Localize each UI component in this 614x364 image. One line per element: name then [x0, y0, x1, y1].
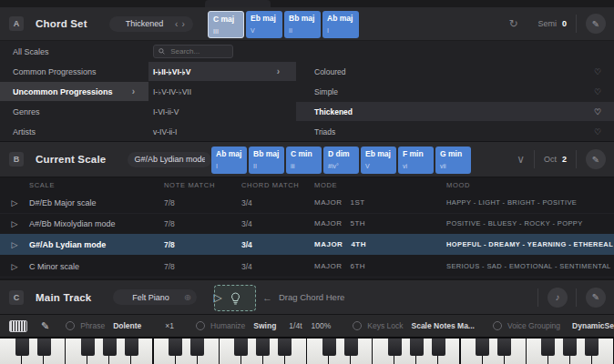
progression-item-2[interactable]: I-♭V-IV-♭VII — [148, 82, 296, 101]
row-play-button[interactable]: ▷ — [12, 198, 18, 207]
favorite-heart-icon[interactable]: ♡ — [594, 107, 601, 116]
chord-pad-c-maj[interactable]: C maj III — [208, 11, 244, 38]
humanize-amount[interactable]: 100% — [312, 321, 332, 330]
favorite-heart-icon[interactable]: ♡ — [594, 127, 601, 136]
piano-black-key[interactable] — [125, 339, 138, 356]
scale-pad-f-min[interactable]: F min vi — [398, 147, 434, 174]
voicing-icon[interactable]: ∨ — [517, 153, 525, 166]
refresh-icon[interactable]: ↻ — [508, 17, 517, 30]
piano-black-key[interactable] — [563, 339, 577, 356]
instrument-dropdown[interactable]: Felt Piano ◎ — [113, 289, 197, 305]
piano-black-key[interactable] — [81, 339, 95, 356]
humanize-value[interactable]: Swing — [253, 321, 276, 330]
row-chord-match: 3/4 — [241, 262, 314, 271]
table-row-bb-mixolydian[interactable]: ▷ A#/Bb Mixolydian mode 7/8 3/4 MAJOR5TH… — [0, 213, 614, 235]
search-input[interactable] — [169, 46, 228, 56]
row-play-button[interactable]: ▷ — [12, 262, 18, 271]
piano-black-key[interactable] — [278, 339, 292, 356]
section-a-badge: A — [9, 16, 24, 31]
next-preset-icon[interactable]: › — [179, 19, 186, 29]
sidebar-item-all-scales[interactable]: All Scales — [0, 42, 148, 61]
table-row-ab-lydian[interactable]: ▷ G#/Ab Lydian mode 7/8 3/4 MAJOR4TH HOP… — [0, 234, 614, 255]
pencil-icon: ✎ — [592, 155, 599, 165]
chord-pad-ab-maj[interactable]: Ab maj I — [322, 11, 359, 38]
row-play-button[interactable]: ▷ — [12, 219, 18, 228]
progression-item-1[interactable]: I-♭II-♭VI-♭V › — [148, 62, 296, 81]
semi-control[interactable]: Semi 0 — [537, 19, 567, 28]
voice-grouping-value[interactable]: Dynamic — [572, 321, 604, 330]
phrase-multiplier[interactable]: ×1 — [165, 321, 174, 330]
edit-track-button[interactable]: ✎ — [586, 288, 606, 308]
voice-grouping-toggle[interactable] — [493, 321, 502, 330]
keys-lock-value[interactable]: Scale Notes Ma... — [412, 321, 475, 330]
row-mode: MAJOR4TH — [314, 240, 446, 248]
chord-pad-bb-maj[interactable]: Bb maj II — [284, 11, 321, 38]
progression-item-3[interactable]: I-VI-ii-V — [148, 102, 296, 121]
sidebar-item-genres[interactable]: Genres — [0, 102, 148, 121]
keys-lock-toggle[interactable] — [353, 321, 362, 330]
piano-black-key[interactable] — [476, 339, 489, 356]
sidebar-item-uncommon-progressions[interactable]: Uncommon Progressions › — [0, 82, 148, 101]
phrase-toggle[interactable] — [66, 321, 75, 330]
piano-black-key[interactable] — [256, 339, 270, 356]
divider — [537, 288, 538, 307]
octave-control[interactable]: Oct 2 — [544, 155, 567, 164]
chord-drop-zone[interactable] — [214, 285, 256, 311]
scale-pad-c-min[interactable]: C min iii — [286, 147, 322, 174]
piano-black-key[interactable] — [432, 339, 445, 356]
sidebar-item-artists[interactable]: Artists — [0, 122, 148, 141]
scale-pad-bb-maj[interactable]: Bb maj II — [249, 147, 284, 174]
piano-black-key[interactable] — [103, 339, 117, 356]
piano-black-key[interactable] — [169, 339, 182, 356]
piano-black-key[interactable] — [585, 339, 599, 356]
quantize-button[interactable]: ♪ — [547, 288, 568, 308]
scale-pad-g-min[interactable]: G min vii — [435, 147, 471, 174]
octave-value: 2 — [562, 155, 567, 164]
row-play-button[interactable]: ▷ — [12, 240, 18, 249]
piano-black-key[interactable] — [322, 339, 336, 356]
progression-item-4[interactable]: v-IV-ii-I — [148, 122, 296, 141]
row-chord-match: 3/4 — [241, 219, 314, 228]
favorite-heart-icon[interactable]: ♡ — [594, 67, 601, 76]
piano-black-key[interactable] — [344, 339, 358, 356]
scale-pad-ab-maj[interactable]: Ab maj I — [211, 147, 247, 174]
edit-scale-button[interactable]: ✎ — [586, 149, 606, 169]
chord-pad-eb-maj[interactable]: Eb maj V — [246, 11, 282, 38]
instrument-output-icon[interactable]: ◎ — [184, 293, 190, 301]
piano-black-key[interactable] — [541, 339, 555, 356]
table-row-c-minor[interactable]: ▷ C Minor scale 7/8 3/4 MAJOR6TH SERIOUS… — [0, 256, 614, 278]
piano-keyboard[interactable] — [0, 337, 614, 364]
piano-black-key[interactable] — [410, 339, 424, 356]
phrase-value[interactable]: Dolente — [113, 321, 141, 330]
variation-item-coloured[interactable]: Coloured ♡ — [296, 62, 614, 81]
browser-panel: All Scales Common Progressions Uncommon … — [0, 41, 614, 141]
edit-pencil-icon[interactable]: ✎ — [41, 320, 49, 332]
table-row-eb-major[interactable]: ▷ D#/Eb Major scale 7/8 3/4 MAJOR1ST HAP… — [0, 192, 614, 214]
piano-black-key[interactable] — [15, 339, 29, 356]
scale-pad-d-dim[interactable]: D dim #iv° — [323, 147, 359, 174]
chord-pad-label: C maj — [213, 15, 243, 24]
piano-black-key[interactable] — [37, 339, 51, 356]
current-scale-dropdown[interactable]: G#/Ab Lydian mode — [128, 152, 211, 167]
chord-set-preset-dropdown[interactable]: Thickened ‹ › — [109, 16, 193, 32]
piano-black-key[interactable] — [388, 339, 402, 356]
piano-black-key[interactable] — [497, 339, 511, 356]
search-box[interactable] — [153, 45, 233, 58]
edit-chord-set-button[interactable]: ✎ — [586, 14, 606, 34]
variation-item-simple[interactable]: Simple ♡ — [296, 82, 614, 101]
variation-item-thickened[interactable]: Thickened ♡ — [296, 102, 614, 121]
chord-pad-numeral: vi — [403, 163, 434, 169]
scale-pad-eb-maj[interactable]: Eb maj V — [361, 147, 396, 174]
chevron-right-icon: › — [132, 86, 135, 96]
keyboard-icon[interactable] — [9, 320, 27, 332]
piano-black-key[interactable] — [190, 339, 204, 356]
row-note-match: 7/8 — [164, 240, 241, 249]
humanize-toggle[interactable] — [196, 321, 205, 330]
sidebar-item-common-progressions[interactable]: Common Progressions — [0, 62, 148, 81]
humanize-rate[interactable]: 1/4t — [289, 321, 302, 330]
favorite-heart-icon[interactable]: ♡ — [594, 87, 601, 96]
section-c-badge: C — [9, 290, 24, 305]
piano-black-key[interactable] — [234, 339, 248, 356]
prev-preset-icon[interactable]: ‹ — [173, 19, 179, 29]
variation-item-triads[interactable]: Triads ♡ — [296, 122, 614, 141]
